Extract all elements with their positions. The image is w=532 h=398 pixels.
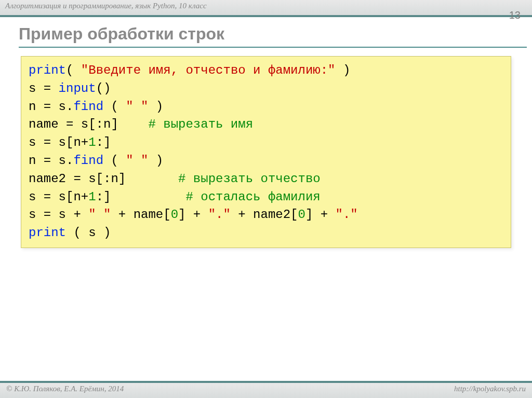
code-text: name2 = s[:n]: [29, 172, 178, 186]
page-number: 13: [509, 9, 521, 21]
number-literal: 1: [88, 190, 96, 204]
code-block: print( "Введите имя, отчество и фамилию:…: [21, 56, 511, 248]
string-literal: " ": [126, 154, 148, 168]
code-text: (: [66, 63, 81, 77]
string-literal: ".": [336, 208, 358, 222]
code-text: s = s[n+: [29, 190, 88, 204]
subject-text: Алгоритмизация и программирование, язык …: [5, 2, 207, 10]
number-literal: 1: [88, 135, 96, 149]
comment: # вырезать отчество: [178, 172, 321, 186]
code-text: name = s[:n]: [29, 117, 148, 131]
header-banner: Алгоритмизация и программирование, язык …: [0, 0, 532, 17]
code-text: :]: [96, 190, 186, 204]
string-literal: " ": [126, 100, 148, 114]
code-text: (: [103, 154, 126, 168]
number-literal: 0: [298, 208, 305, 222]
code-text: n = s.: [29, 100, 73, 114]
title-underline: [0, 47, 532, 48]
code-text: :]: [96, 135, 111, 149]
code-text: (): [96, 81, 111, 95]
copyright-text: © К.Ю. Поляков, Е.А. Ерёмин, 2014: [6, 385, 124, 398]
func-find: find: [73, 100, 103, 114]
code-text: ): [148, 154, 163, 168]
comment: # осталась фамилия: [185, 190, 320, 204]
code-text: n = s.: [29, 154, 73, 168]
slide-title: Пример обработки строк: [19, 24, 224, 44]
number-literal: 0: [171, 208, 178, 222]
comment: # вырезать имя: [148, 117, 253, 131]
string-literal: "Введите имя, отчество и фамилию:": [81, 63, 336, 77]
code-text: s =: [29, 81, 59, 95]
code-text: s = s[n+: [29, 135, 88, 149]
string-literal: ".": [208, 208, 231, 222]
code-text: (: [103, 100, 126, 114]
func-find: find: [73, 154, 103, 168]
code-text: ] +: [305, 208, 336, 222]
code-text: + name2[: [231, 208, 298, 222]
footer-banner: © К.Ю. Поляков, Е.А. Ерёмин, 2014 http:/…: [0, 381, 532, 398]
code-text: ( s ): [66, 226, 111, 240]
keyword-print: print: [29, 63, 66, 77]
code-text: ] +: [178, 208, 208, 222]
footer-url: http://kpolyakov.spb.ru: [454, 385, 526, 398]
code-text: s = s +: [29, 208, 88, 222]
code-text: ): [148, 100, 163, 114]
func-input: input: [59, 81, 96, 95]
keyword-print: print: [29, 226, 66, 240]
code-text: ): [336, 63, 351, 77]
string-literal: " ": [88, 208, 111, 222]
code-text: + name[: [111, 208, 170, 222]
